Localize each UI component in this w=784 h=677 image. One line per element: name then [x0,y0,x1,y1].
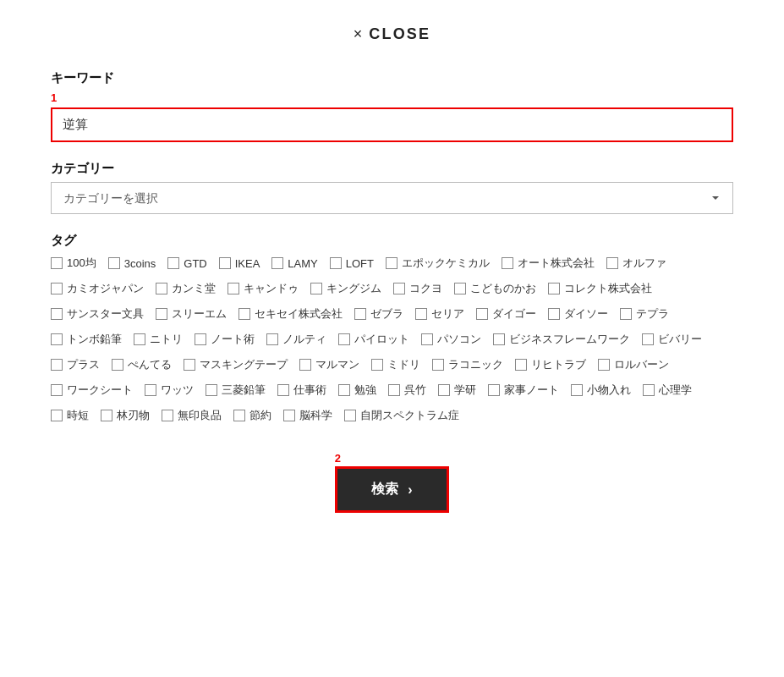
search-button-label: 検索 [371,481,400,498]
tag-label: 学研 [454,383,476,398]
tag-item: プラス [51,357,100,372]
tag-checkbox[interactable] [454,283,466,294]
tag-item: オルファ [606,256,666,271]
tag-item: LOFT [330,256,374,271]
tag-checkbox[interactable] [330,257,342,269]
tag-checkbox[interactable] [354,308,366,320]
tag-checkbox[interactable] [271,257,283,269]
tag-label: ゼブラ [370,306,403,322]
tag-label: マスキングテープ [200,357,288,372]
tag-checkbox[interactable] [642,333,654,345]
tag-item: ノート術 [195,332,255,347]
tag-checkbox[interactable] [386,257,397,269]
tag-label: LAMY [288,257,317,270]
tag-checkbox[interactable] [310,283,322,294]
tag-checkbox[interactable] [371,359,383,371]
tag-checkbox[interactable] [167,257,179,269]
tag-item: こどものかお [454,281,536,296]
tag-checkbox[interactable] [643,384,655,396]
tag-checkbox[interactable] [571,384,583,396]
tag-item: ぺんてる [112,357,172,372]
tag-checkbox[interactable] [432,359,444,371]
tag-label: スリーエム [172,306,227,322]
tag-checkbox[interactable] [415,308,427,320]
tag-label: ワッツ [161,383,194,398]
tag-checkbox[interactable] [438,384,450,396]
tag-item: 三菱鉛筆 [206,383,266,398]
tag-checkbox[interactable] [488,384,500,396]
tags-section-label: タグ [51,233,733,249]
tag-item: LAMY [271,256,317,271]
close-bar[interactable]: × CLOSE [51,25,733,43]
tag-checkbox[interactable] [51,333,63,345]
tag-item: 小物入れ [571,383,631,398]
tag-label: ラコニック [448,357,503,372]
tag-checkbox[interactable] [299,359,311,371]
tag-item: パイロット [338,332,409,347]
tag-checkbox[interactable] [502,257,513,269]
tag-checkbox[interactable] [112,359,123,371]
tag-checkbox[interactable] [388,384,400,396]
tag-checkbox[interactable] [233,410,245,421]
tag-checkbox[interactable] [548,308,560,320]
tag-checkbox[interactable] [51,283,63,294]
tag-checkbox[interactable] [476,308,488,320]
close-x-icon: × [354,25,363,43]
search-button[interactable]: 検索 › [335,466,450,513]
tag-checkbox[interactable] [421,333,433,345]
tag-checkbox[interactable] [548,283,560,294]
tag-checkbox[interactable] [620,308,632,320]
tag-item: 仕事術 [277,383,326,398]
tag-checkbox[interactable] [598,359,610,371]
tag-label: 100均 [67,256,96,271]
tag-checkbox[interactable] [266,333,278,345]
tag-label: セキセイ株式会社 [255,306,343,322]
tag-checkbox[interactable] [51,410,63,421]
tag-checkbox[interactable] [108,257,120,269]
tag-checkbox[interactable] [195,333,206,345]
tag-label: 林刃物 [117,408,150,423]
search-badge: 2 [335,452,341,465]
tag-item: 節約 [233,408,271,423]
category-select[interactable]: カテゴリーを選択 [51,182,733,214]
tag-checkbox[interactable] [51,359,63,371]
tag-checkbox[interactable] [145,384,156,396]
tag-checkbox[interactable] [606,257,618,269]
tag-label: コクヨ [409,281,442,296]
tag-checkbox[interactable] [338,333,350,345]
tag-checkbox[interactable] [344,410,356,421]
tag-checkbox[interactable] [134,333,145,345]
tag-checkbox[interactable] [51,257,63,269]
tag-checkbox[interactable] [515,359,527,371]
keyword-badge: 1 [51,91,733,104]
keyword-input[interactable] [51,107,733,142]
tag-item: ロルバーン [598,357,669,372]
tag-checkbox[interactable] [283,410,295,421]
tag-checkbox[interactable] [393,283,405,294]
tag-checkbox[interactable] [101,410,112,421]
tag-label: パソコン [437,332,481,347]
tag-checkbox[interactable] [238,308,250,320]
tag-checkbox[interactable] [184,359,195,371]
tag-label: セリア [431,306,464,322]
tag-label: ぺんてる [128,357,172,372]
tag-label: ノート術 [211,332,255,347]
tag-label: キングジム [326,281,381,296]
tag-checkbox[interactable] [51,308,63,320]
tag-checkbox[interactable] [51,384,63,396]
tag-checkbox[interactable] [493,333,505,345]
tag-checkbox[interactable] [162,410,173,421]
tag-label: 自閉スペクトラム症 [360,408,459,423]
tag-item: トンボ鉛筆 [51,332,122,347]
tag-checkbox[interactable] [206,384,217,396]
tag-label: こどものかお [470,281,536,296]
tag-label: 小物入れ [587,383,631,398]
tag-checkbox[interactable] [219,257,231,269]
tag-label: 仕事術 [293,383,326,398]
tag-checkbox[interactable] [228,283,239,294]
tag-checkbox[interactable] [156,283,167,294]
tag-checkbox[interactable] [156,308,167,320]
tag-checkbox[interactable] [338,384,350,396]
tag-item: セキセイ株式会社 [238,306,343,322]
tag-checkbox[interactable] [277,384,289,396]
